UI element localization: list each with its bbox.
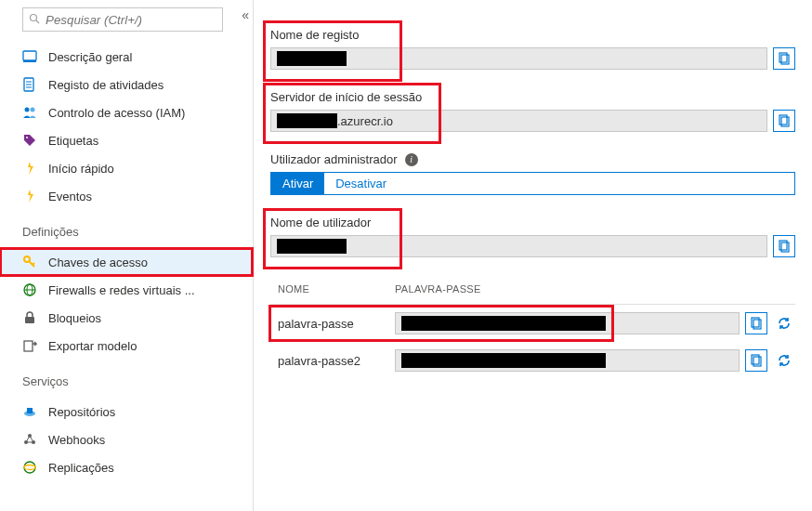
pw-value — [395, 349, 740, 372]
login-server-value: .azurecr.io — [270, 110, 767, 132]
sidebar-item-label: Etiquetas — [48, 134, 98, 148]
svg-point-25 — [24, 465, 35, 470]
sidebar-item-label: Início rápido — [48, 162, 114, 176]
overview-icon — [22, 49, 37, 64]
nav-settings: Chaves de acesso Firewalls e redes virtu… — [0, 244, 253, 363]
regenerate-button[interactable] — [773, 312, 795, 334]
sidebar-item-overview[interactable]: Descrição geral — [0, 43, 253, 71]
lock-icon — [22, 310, 37, 325]
sidebar-item-quickstart[interactable]: Início rápido — [0, 154, 253, 182]
info-icon[interactable]: i — [405, 153, 418, 166]
password-table: NOME PALAVRA-PASSE palavra-passe palavra… — [270, 278, 795, 379]
activity-icon — [22, 77, 37, 92]
section-settings: Definições — [0, 214, 253, 244]
sidebar-item-tags[interactable]: Etiquetas — [0, 126, 253, 154]
svg-rect-3 — [23, 60, 36, 62]
field-admin-user: Utilizador administrador i Ativar Desati… — [270, 152, 795, 195]
username-value — [270, 235, 767, 257]
collapse-icon[interactable]: « — [242, 7, 249, 22]
admin-toggle[interactable]: Ativar Desativar — [270, 172, 795, 195]
svg-point-24 — [24, 462, 35, 473]
toggle-off[interactable]: Desativar — [324, 173, 398, 194]
replications-icon — [22, 460, 37, 475]
password-row: palavra-passe2 — [270, 342, 795, 379]
sidebar-item-label: Registo de atividades — [48, 78, 164, 92]
sidebar-item-firewalls[interactable]: Firewalls e redes virtuais ... — [0, 276, 253, 304]
svg-rect-20 — [27, 408, 33, 413]
sidebar-item-activity[interactable]: Registo de atividades — [0, 71, 253, 98]
webhooks-icon — [22, 432, 37, 447]
main-content: Nome de registo Servidor de início de se… — [254, 0, 812, 511]
copy-button[interactable] — [745, 349, 767, 372]
registry-name-label: Nome de registo — [270, 28, 795, 42]
login-server-label: Servidor de início de sessão — [270, 90, 795, 104]
svg-point-9 — [31, 108, 35, 112]
nav-services: Repositórios Webhooks Replicações — [0, 394, 253, 485]
search-input[interactable] — [46, 13, 216, 27]
regenerate-button[interactable] — [773, 349, 795, 372]
svg-point-0 — [31, 14, 37, 20]
sidebar-item-label: Descrição geral — [48, 50, 132, 64]
key-icon — [22, 255, 37, 269]
pw-name: palavra-passe — [278, 317, 389, 331]
admin-user-label: Utilizador administrador — [270, 152, 398, 166]
sidebar-item-label: Eventos — [48, 190, 92, 203]
quickstart-icon — [22, 161, 37, 176]
firewall-icon — [22, 282, 37, 297]
search-icon — [29, 13, 40, 27]
field-registry-name: Nome de registo — [270, 28, 795, 70]
svg-point-8 — [25, 108, 30, 112]
repos-icon — [22, 404, 37, 419]
sidebar-item-label: Controlo de acesso (IAM) — [48, 106, 185, 120]
registry-name-value — [270, 47, 767, 70]
sidebar-item-export[interactable]: Exportar modelo — [0, 332, 253, 360]
copy-button[interactable] — [773, 47, 795, 70]
svg-rect-2 — [23, 51, 36, 60]
field-login-server: Servidor de início de sessão .azurecr.io — [270, 90, 795, 132]
pw-name: palavra-passe2 — [278, 354, 389, 368]
sidebar-item-repos[interactable]: Repositórios — [0, 398, 253, 426]
field-username: Nome de utilizador — [270, 216, 795, 257]
svg-line-13 — [33, 263, 34, 265]
copy-button[interactable] — [773, 110, 795, 132]
section-services: Serviços — [0, 363, 253, 394]
pw-col-value: PALAVRA-PASSE — [395, 283, 481, 295]
copy-button[interactable] — [773, 235, 795, 257]
search-box[interactable] — [22, 7, 223, 32]
sidebar-item-events[interactable]: Eventos — [0, 182, 253, 210]
sidebar-item-webhooks[interactable]: Webhooks — [0, 426, 253, 453]
copy-button[interactable] — [745, 312, 767, 334]
sidebar-item-locks[interactable]: Bloqueios — [0, 304, 253, 332]
tag-icon — [22, 133, 37, 148]
sidebar-item-label: Exportar modelo — [48, 339, 137, 353]
sidebar-item-iam[interactable]: Controlo de acesso (IAM) — [0, 98, 253, 126]
pw-value — [395, 312, 740, 334]
pw-col-name: NOME — [278, 283, 395, 295]
sidebar-item-label: Repositórios — [48, 405, 115, 419]
sidebar-item-replications[interactable]: Replicações — [0, 453, 253, 481]
sidebar-item-label: Bloqueios — [48, 311, 101, 325]
sidebar-item-label: Firewalls e redes virtuais ... — [48, 283, 195, 297]
sidebar-item-label: Webhooks — [48, 433, 105, 447]
sidebar-item-label: Chaves de acesso — [48, 256, 148, 269]
events-icon — [22, 189, 37, 203]
svg-rect-17 — [25, 317, 34, 323]
toggle-on[interactable]: Ativar — [271, 173, 324, 194]
svg-rect-18 — [24, 341, 33, 351]
sidebar-item-label: Replicações — [48, 461, 114, 475]
nav-top: Descrição geral Registo de atividades Co… — [0, 39, 253, 214]
svg-line-1 — [36, 20, 39, 23]
export-icon — [22, 338, 37, 353]
sidebar: « Descrição geral Registo de atividades … — [0, 0, 254, 511]
sidebar-item-access-keys[interactable]: Chaves de acesso — [0, 248, 253, 276]
svg-point-10 — [26, 137, 28, 138]
username-label: Nome de utilizador — [270, 216, 795, 229]
password-row: palavra-passe — [270, 305, 795, 342]
iam-icon — [22, 105, 37, 120]
